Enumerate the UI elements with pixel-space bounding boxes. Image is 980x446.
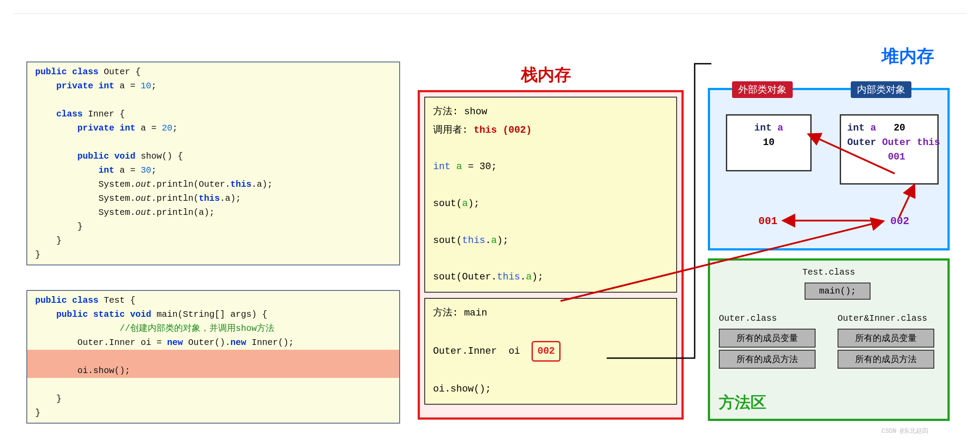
comment: //创建内部类的对象，并调用show方法 xyxy=(77,323,274,334)
stack-frame-main: 方法: main Outer.Inner oi 002 oi.show(); xyxy=(424,298,677,405)
oi-address-box: 002 xyxy=(532,341,561,362)
inner-vars-box: 所有的成员变量 xyxy=(838,329,934,348)
outer-methods-box: 所有的成员方法 xyxy=(719,350,816,369)
outer-class-label: Outer.class xyxy=(719,313,777,323)
method-area-title: 方法区 xyxy=(719,392,766,413)
heap-addr-outer: 001 xyxy=(758,215,777,227)
inner-object-pill: 内部类对象 xyxy=(851,81,911,98)
highlighted-line: oi.show(); xyxy=(27,350,399,378)
stack-title: 栈内存 xyxy=(521,64,571,86)
method-area-box: Test.class main(); Outer.class Outer&Inn… xyxy=(708,258,950,421)
inner-object-card: int a 20 Outer Outer this 001 xyxy=(840,114,939,185)
inner-class-label: Outer&Inner.class xyxy=(838,313,927,323)
code-panel-outer: public class Outer { private int a = 10;… xyxy=(26,62,400,265)
divider-top xyxy=(13,13,967,14)
watermark: CSDN @东北赵四 xyxy=(882,427,928,435)
heap-box: 外部类对象 内部类对象 int a 10 int a 20 Outer Oute… xyxy=(708,88,950,250)
stack-frame-show: 方法: show 调用者: this (002) int a = 30; sou… xyxy=(424,97,677,293)
test-main-box: main(); xyxy=(805,283,871,300)
test-class-label: Test.class xyxy=(802,267,855,277)
outer-object-pill: 外部类对象 xyxy=(732,81,793,98)
heap-addr-inner: 002 xyxy=(890,215,909,227)
code-panel-test: public class Test { public static void m… xyxy=(26,290,400,424)
inner-methods-box: 所有的成员方法 xyxy=(838,350,934,369)
heap-title: 堆内存 xyxy=(882,44,934,68)
stack-box: 方法: show 调用者: this (002) int a = 30; sou… xyxy=(418,90,684,420)
outer-object-card: int a 10 xyxy=(726,114,812,171)
outer-vars-box: 所有的成员变量 xyxy=(719,329,816,348)
